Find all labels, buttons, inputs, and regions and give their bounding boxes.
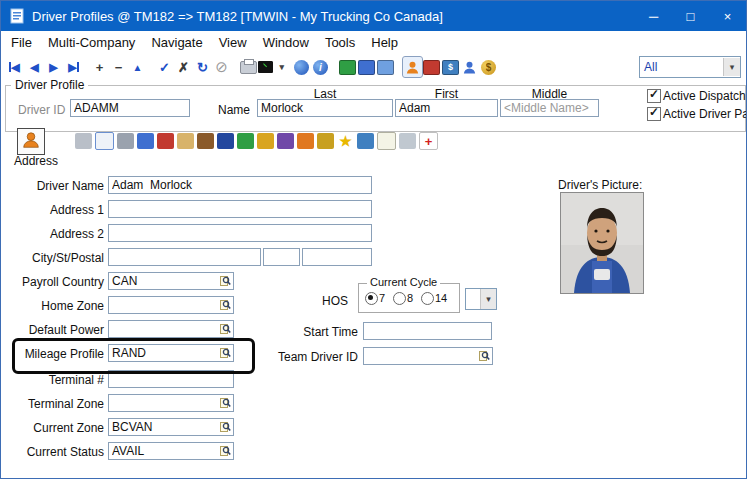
driver-id-field[interactable] bbox=[70, 99, 190, 117]
driver-icon[interactable] bbox=[403, 57, 422, 77]
close-button[interactable]: × bbox=[709, 1, 746, 31]
terminal-zone-search-icon[interactable] bbox=[219, 396, 232, 410]
cycle-dropdown[interactable] bbox=[465, 288, 497, 310]
address-tab[interactable] bbox=[17, 128, 45, 155]
filter-dropdown[interactable]: All bbox=[639, 56, 741, 78]
fax-icon[interactable] bbox=[117, 133, 134, 149]
print-icon[interactable] bbox=[239, 57, 258, 77]
cards-icon[interactable] bbox=[177, 133, 194, 149]
city-st-postal-label: City/St/Postal bbox=[1, 251, 104, 265]
people-icon[interactable] bbox=[137, 133, 154, 149]
address-tab-icon bbox=[22, 131, 40, 153]
delete-record-icon[interactable]: − bbox=[109, 57, 128, 77]
coins-tab-icon[interactable] bbox=[257, 133, 274, 149]
window-icon[interactable] bbox=[377, 60, 394, 75]
insert-record-icon[interactable]: + bbox=[90, 57, 109, 77]
team-driver-id-search-icon[interactable] bbox=[478, 349, 491, 363]
refresh-icon[interactable]: ↻ bbox=[193, 57, 212, 77]
postal-field[interactable] bbox=[302, 248, 372, 266]
truck-icon[interactable] bbox=[423, 60, 440, 75]
driver-profile-group: Driver Profile Driver ID Name Last First… bbox=[5, 85, 746, 132]
phone-icon[interactable] bbox=[217, 133, 234, 149]
folder-icon[interactable] bbox=[358, 60, 375, 75]
default-power-search-icon[interactable] bbox=[219, 322, 232, 336]
cup-icon[interactable] bbox=[237, 133, 254, 149]
badge-icon[interactable] bbox=[277, 133, 294, 149]
cycle-8-radio[interactable] bbox=[393, 292, 406, 305]
mileage-profile-label: Mileage Profile bbox=[1, 347, 104, 361]
menu-file[interactable]: File bbox=[3, 33, 40, 52]
terminal-zone-field[interactable] bbox=[108, 394, 234, 412]
minimize-button[interactable]: ─ bbox=[635, 1, 672, 31]
active-dispatch-checkbox[interactable] bbox=[647, 89, 661, 103]
next-record-icon[interactable]: ▶ bbox=[44, 57, 63, 77]
terminal-number-label: Terminal # bbox=[1, 373, 104, 387]
menu-help[interactable]: Help bbox=[363, 33, 406, 52]
current-zone-search-icon[interactable] bbox=[219, 420, 232, 434]
notepad-icon[interactable] bbox=[377, 132, 396, 150]
menu-view[interactable]: View bbox=[211, 33, 255, 52]
menu-window[interactable]: Window bbox=[255, 33, 317, 52]
book-icon[interactable] bbox=[157, 133, 174, 149]
driver-photo bbox=[560, 192, 644, 294]
menu-multi-company[interactable]: Multi-Company bbox=[40, 33, 143, 52]
mileage-profile-search-icon[interactable] bbox=[219, 346, 232, 360]
cycle-14-radio[interactable] bbox=[421, 292, 434, 305]
menu-tools[interactable]: Tools bbox=[317, 33, 363, 52]
address1-field[interactable] bbox=[108, 200, 372, 218]
last-record-icon[interactable]: ▶ bbox=[63, 57, 82, 77]
default-power-field[interactable] bbox=[108, 320, 234, 338]
post-edit-icon[interactable]: ✓ bbox=[155, 57, 174, 77]
state-field[interactable] bbox=[263, 248, 300, 266]
wallet-icon[interactable] bbox=[197, 133, 214, 149]
star-icon[interactable]: ★ bbox=[337, 133, 354, 149]
start-time-label: Start Time bbox=[248, 325, 358, 339]
team-driver-id-field[interactable] bbox=[363, 347, 493, 365]
address2-field[interactable] bbox=[108, 224, 372, 242]
cancel-edit-icon[interactable]: ✗ bbox=[174, 57, 193, 77]
command-prompt-icon[interactable]: ▾ bbox=[258, 57, 284, 77]
current-status-field[interactable] bbox=[108, 442, 234, 460]
current-status-search-icon[interactable] bbox=[219, 444, 232, 458]
team-icon[interactable] bbox=[297, 133, 314, 149]
current-zone-field[interactable] bbox=[108, 418, 234, 436]
active-driver-pay-checkbox[interactable] bbox=[647, 107, 661, 121]
prev-record-icon[interactable]: ◀ bbox=[25, 57, 44, 77]
city-field[interactable] bbox=[108, 248, 261, 266]
printer-icon[interactable] bbox=[75, 133, 92, 149]
first-name-field[interactable] bbox=[395, 99, 498, 117]
current-cycle-group: Current Cycle 7 8 14 bbox=[358, 283, 460, 313]
payroll-country-field[interactable] bbox=[108, 272, 234, 290]
info-icon[interactable]: i bbox=[313, 60, 328, 75]
menu-navigate[interactable]: Navigate bbox=[143, 33, 210, 52]
pay-window-icon[interactable]: $ bbox=[442, 60, 459, 75]
title-bar: Driver Profiles @ TM182 => TM182 [TMWIN … bbox=[1, 1, 746, 31]
terminal-number-field[interactable] bbox=[108, 370, 234, 388]
chart-icon[interactable] bbox=[357, 133, 374, 149]
ledger-icon[interactable] bbox=[339, 60, 356, 75]
maximize-button[interactable]: □ bbox=[672, 1, 709, 31]
start-time-field[interactable] bbox=[363, 322, 492, 340]
keys-icon[interactable] bbox=[317, 133, 334, 149]
first-record-icon[interactable]: ◀ bbox=[6, 57, 25, 77]
coins-icon[interactable]: $ bbox=[481, 60, 496, 75]
home-zone-field[interactable] bbox=[108, 296, 234, 314]
driver-name-field[interactable] bbox=[108, 176, 372, 194]
personnel-icon[interactable] bbox=[460, 57, 479, 77]
edit-record-icon[interactable]: ▲ bbox=[128, 57, 147, 77]
hos-label: HOS bbox=[322, 294, 348, 308]
clipboard-icon[interactable] bbox=[399, 133, 416, 149]
readonly-icon[interactable]: ⊘ bbox=[212, 57, 231, 77]
cycle-7-radio[interactable] bbox=[365, 292, 378, 305]
mileage-profile-field[interactable] bbox=[108, 344, 234, 362]
driver-profiles-window: Driver Profiles @ TM182 => TM182 [TMWIN … bbox=[0, 0, 747, 479]
globe-icon[interactable] bbox=[294, 60, 309, 75]
last-name-field[interactable] bbox=[257, 99, 393, 117]
middle-name-field[interactable] bbox=[500, 99, 599, 117]
team-driver-id-lookup bbox=[363, 347, 493, 365]
medical-plus-icon[interactable]: + bbox=[419, 132, 438, 150]
payroll-country-search-icon[interactable] bbox=[219, 274, 232, 288]
home-zone-search-icon[interactable] bbox=[219, 298, 232, 312]
chevron-down-icon[interactable] bbox=[723, 58, 740, 76]
id-card-icon[interactable] bbox=[95, 132, 114, 150]
